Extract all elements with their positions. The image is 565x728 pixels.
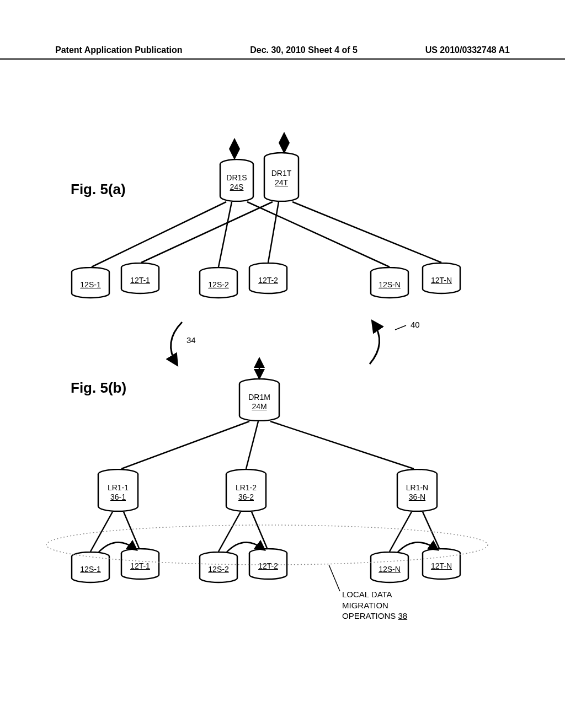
svg-line-34 [252, 512, 267, 548]
cylinder-lr1-n: LR1-N36-N [396, 469, 438, 512]
b-s1-ref: 12S-1 [80, 565, 100, 574]
cylinder-a-s2: 12S-2 [199, 267, 238, 299]
cylinder-a-t2: 12T-2 [248, 263, 288, 295]
svg-line-13 [141, 202, 273, 263]
cylinder-b-s2: 12S-2 [199, 552, 238, 584]
cylinder-b-t2: 12T-2 [248, 548, 288, 580]
local-data-migration-annotation: LOCAL DATA MIGRATION OPERATIONS 38 [342, 589, 407, 622]
dr1s-name: DR1S [226, 173, 247, 182]
cylinder-lr1-1: LR1-136-1 [97, 469, 139, 512]
callout-arcs [0, 0, 565, 728]
a-t2-ref: 12T-2 [258, 276, 278, 285]
dr1t-name: DR1T [271, 169, 292, 178]
cylinder-dr1s: DR1S 24S [219, 159, 254, 202]
svg-line-33 [218, 512, 241, 552]
b-tn-ref: 12T-N [431, 561, 452, 570]
a-t1-ref: 12T-1 [130, 276, 150, 285]
header-left: Patent Application Publication [55, 45, 183, 55]
dr1t-ref: 24T [275, 178, 288, 187]
a-sn-ref: 12S-N [379, 280, 401, 289]
dr1m-ref: 24M [252, 402, 266, 411]
lrn-name: LR1-N [406, 483, 428, 492]
svg-line-31 [90, 512, 113, 552]
cylinder-a-sn: 12S-N [370, 267, 409, 299]
svg-line-28 [121, 421, 249, 469]
b-s2-ref: 12S-2 [208, 565, 228, 574]
svg-line-15 [292, 202, 441, 263]
dr1s-ref: 24S [230, 183, 244, 191]
annot-line3: OPERATIONS 38 [342, 611, 407, 622]
header-right: US 2010/0332748 A1 [425, 45, 510, 55]
dr1m-name: DR1M [248, 393, 270, 402]
annot-line2: MIGRATION [342, 600, 407, 611]
a-s1-ref: 12S-1 [80, 280, 100, 289]
svg-line-30 [270, 421, 414, 469]
svg-line-32 [124, 512, 139, 548]
svg-line-16 [395, 325, 406, 330]
svg-line-12 [247, 202, 390, 267]
header-mid: Dec. 30, 2010 Sheet 4 of 5 [250, 45, 358, 55]
lr2-name: LR1-2 [236, 483, 257, 492]
cylinder-b-s1: 12S-1 [71, 552, 110, 584]
cylinder-b-t1: 12T-1 [120, 548, 160, 580]
cylinder-a-t1: 12T-1 [120, 263, 160, 295]
cylinder-a-s1: 12S-1 [71, 267, 110, 299]
annot-line1: LOCAL DATA [342, 589, 407, 600]
svg-line-14 [268, 202, 279, 263]
lr1-name: LR1-1 [108, 483, 129, 492]
page-header: Patent Application Publication Dec. 30, … [0, 45, 565, 60]
a-s2-ref: 12S-2 [208, 280, 228, 289]
cylinder-b-tn: 12T-N [422, 548, 461, 580]
b-t2-ref: 12T-2 [258, 561, 278, 570]
lr1-ref: 36-1 [110, 493, 126, 501]
callout-40: 40 [411, 320, 420, 329]
lrn-ref: 36-N [409, 493, 425, 501]
b-t1-ref: 12T-1 [130, 561, 150, 570]
callout-34: 34 [186, 335, 196, 345]
cylinder-dr1t: DR1T 24T [263, 152, 300, 202]
svg-line-38 [329, 565, 340, 591]
figure-5a-label: Fig. 5(a) [71, 181, 126, 198]
cylinder-b-sn: 12S-N [370, 552, 409, 584]
b-sn-ref: 12S-N [379, 565, 401, 574]
svg-line-10 [92, 202, 226, 267]
a-tn-ref: 12T-N [431, 276, 452, 285]
cylinder-lr1-2: LR1-236-2 [225, 469, 267, 512]
fig5b-connectors [0, 0, 565, 728]
cylinder-dr1m: DR1M 24M [238, 378, 280, 421]
annot-ref-38: 38 [398, 611, 407, 620]
svg-line-35 [390, 512, 412, 552]
lr2-ref: 36-2 [238, 493, 254, 501]
fig5a-connectors [0, 0, 565, 728]
cylinder-a-tn: 12T-N [422, 263, 461, 295]
svg-line-29 [246, 421, 258, 469]
svg-line-11 [218, 202, 232, 267]
svg-line-36 [423, 512, 439, 548]
figure-5b-label: Fig. 5(b) [71, 379, 126, 397]
